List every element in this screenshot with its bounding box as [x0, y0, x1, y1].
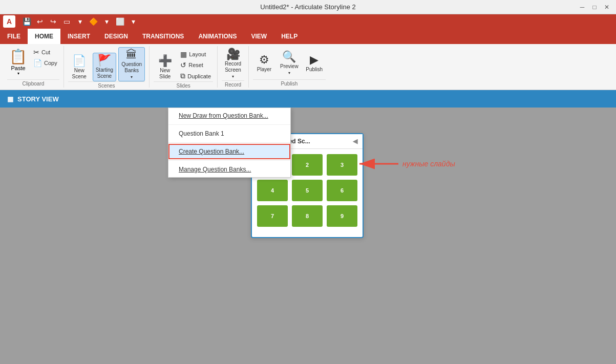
publish-icon: ▶ [310, 54, 318, 66]
minimize-button[interactable]: ─ [577, 2, 587, 12]
scenes-group-label: Scenes [68, 81, 145, 89]
new-draw-menu-item[interactable]: New Draw from Question Bank... [168, 108, 290, 123]
ribbon-group-record: 🎥 RecordScreen ▾ Record [218, 46, 249, 88]
player-label: Player [257, 67, 271, 73]
player-icon: ⚙ [259, 54, 269, 66]
create-question-bank-menu-item[interactable]: Create Question Bank... [168, 144, 290, 159]
layout-button[interactable]: ▦ Layout [178, 49, 213, 59]
slide-thumb-2[interactable]: 2 [292, 154, 323, 176]
layout-icon: ▦ [180, 50, 187, 58]
window-title-bar: Untitled2* - Articulate Storyline 2 ─ □ … [0, 0, 616, 14]
tab-home[interactable]: HOME [28, 29, 60, 44]
preview-icon: 🔍 [282, 51, 296, 62]
ribbon-tabs: FILE HOME INSERT DESIGN TRANSITIONS ANIM… [0, 29, 616, 44]
new-slide-label: NewSlide [159, 68, 171, 80]
record-screen-label: RecordScreen [225, 61, 241, 73]
ribbon-group-clipboard: 📋 Paste ▾ ✂ Cut 📄 Copy Clipboard [3, 46, 64, 88]
starting-scene-label: StartingScene [96, 67, 113, 79]
new-scene-button[interactable]: 📄 NewScene [68, 54, 91, 81]
qat-extra3[interactable]: ⬜ [114, 15, 126, 28]
close-button[interactable]: ✕ [602, 2, 612, 12]
new-scene-label: NewScene [72, 68, 87, 80]
question-banks-dropdown-arrow: ▾ [131, 75, 133, 79]
qat-dropdown1[interactable]: ▾ [74, 15, 86, 28]
preview-label: Preview [280, 63, 299, 70]
arrow-text: нужные слайды [402, 160, 455, 168]
tab-view[interactable]: VIEW [244, 29, 274, 44]
layout-label: Layout [189, 51, 206, 57]
save-button[interactable]: 💾 [20, 15, 33, 28]
story-view-label: STORY VIEW [17, 95, 59, 103]
preview-button[interactable]: 🔍 Preview ▾ [278, 50, 301, 77]
new-scene-icon: 📄 [72, 55, 86, 67]
qat-dropdown3[interactable]: ▾ [127, 15, 139, 28]
scene-collapse-icon[interactable]: ◀ [353, 138, 357, 145]
ribbon-group-slides: ➕ NewSlide ▦ Layout ↺ Reset ⧉ Duplicate [150, 46, 218, 88]
paste-icon: 📋 [9, 48, 27, 65]
tab-transitions[interactable]: TRANSITIONS [135, 29, 191, 44]
dropdown-separator-3 [168, 160, 290, 161]
slide-thumb-5[interactable]: 5 [292, 180, 323, 201]
publish-group-label: Publish [253, 79, 326, 87]
slide-thumb-9[interactable]: 9 [327, 205, 357, 227]
copy-button[interactable]: 📄 Copy [31, 58, 59, 68]
reset-icon: ↺ [180, 61, 186, 69]
ribbon-group-publish: ⚙ Player 🔍 Preview ▾ ▶ Publish Publish [249, 46, 330, 88]
question-banks-label: QuestionBanks [121, 61, 142, 74]
question-bank-1-menu-item[interactable]: Question Bank 1 [168, 126, 290, 141]
slides-group-label: Slides [154, 81, 213, 89]
clipboard-group-label: Clipboard [7, 79, 59, 87]
record-group-label: Record [222, 80, 244, 88]
story-view-bar: ▦ STORY VIEW [0, 90, 616, 108]
reset-button[interactable]: ↺ Reset [178, 60, 213, 70]
cut-copy-stack: ✂ Cut 📄 Copy [31, 47, 59, 68]
cut-label: Cut [41, 49, 50, 55]
qat-dropdown2[interactable]: ▾ [100, 15, 113, 28]
publish-button[interactable]: ▶ Publish [303, 53, 326, 74]
question-banks-icon: 🏛 [126, 49, 137, 60]
app-logo: A [3, 15, 15, 28]
duplicate-label: Duplicate [187, 73, 211, 79]
reset-label: Reset [188, 62, 203, 68]
new-slide-button[interactable]: ➕ NewSlide [154, 54, 176, 81]
duplicate-button[interactable]: ⧉ Duplicate [178, 71, 213, 81]
window-title: Untitled2* - Articulate Storyline 2 [260, 3, 355, 11]
redo-button[interactable]: ↪ [47, 15, 59, 28]
record-dropdown-arrow: ▾ [232, 74, 234, 79]
tab-file[interactable]: FILE [0, 29, 28, 44]
starting-scene-button[interactable]: 🚩 StartingScene [93, 53, 116, 81]
tab-help[interactable]: HELP [274, 29, 305, 44]
ribbon-group-scenes: 📄 NewScene 🚩 StartingScene 🏛 QuestionBan… [64, 46, 150, 88]
question-banks-button[interactable]: 🏛 QuestionBanks ▾ [118, 47, 145, 81]
starting-scene-icon: 🚩 [97, 55, 111, 66]
tab-insert[interactable]: INSERT [60, 29, 97, 44]
duplicate-icon: ⧉ [180, 72, 185, 80]
tab-design[interactable]: DESIGN [97, 29, 135, 44]
undo-button[interactable]: ↩ [34, 15, 46, 28]
main-content: New Draw from Question Bank... Question … [0, 108, 616, 364]
slide-thumb-3[interactable]: 3 [327, 154, 357, 176]
slide-thumb-8[interactable]: 8 [292, 205, 323, 227]
qat-extra2[interactable]: 🔶 [87, 15, 99, 28]
cut-button[interactable]: ✂ Cut [31, 47, 59, 57]
paste-button[interactable]: 📋 Paste ▾ [7, 47, 29, 77]
cut-icon: ✂ [33, 48, 39, 56]
tab-animations[interactable]: ANIMATIONS [191, 29, 244, 44]
copy-icon: 📄 [33, 59, 42, 67]
window: Untitled2* - Articulate Storyline 2 ─ □ … [0, 0, 616, 364]
arrow-svg [358, 156, 399, 172]
copy-label: Copy [44, 60, 57, 66]
slide-thumb-6[interactable]: 6 [327, 180, 357, 201]
player-button[interactable]: ⚙ Player [253, 53, 275, 74]
new-slide-icon: ➕ [158, 55, 172, 67]
paste-dropdown-icon: ▾ [17, 71, 19, 76]
slide-thumb-4[interactable]: 4 [257, 180, 288, 201]
manage-question-banks-menu-item[interactable]: Manage Question Banks... [168, 162, 290, 177]
record-screen-icon: 🎥 [226, 49, 240, 60]
record-screen-button[interactable]: 🎥 RecordScreen ▾ [222, 47, 244, 80]
slide-thumb-7[interactable]: 7 [257, 205, 288, 227]
maximize-button[interactable]: □ [589, 2, 600, 12]
question-banks-dropdown-menu: New Draw from Question Bank... Question … [168, 108, 291, 178]
qat-extra1[interactable]: ▭ [60, 15, 73, 28]
ribbon: 📋 Paste ▾ ✂ Cut 📄 Copy Clipboard [0, 44, 616, 90]
